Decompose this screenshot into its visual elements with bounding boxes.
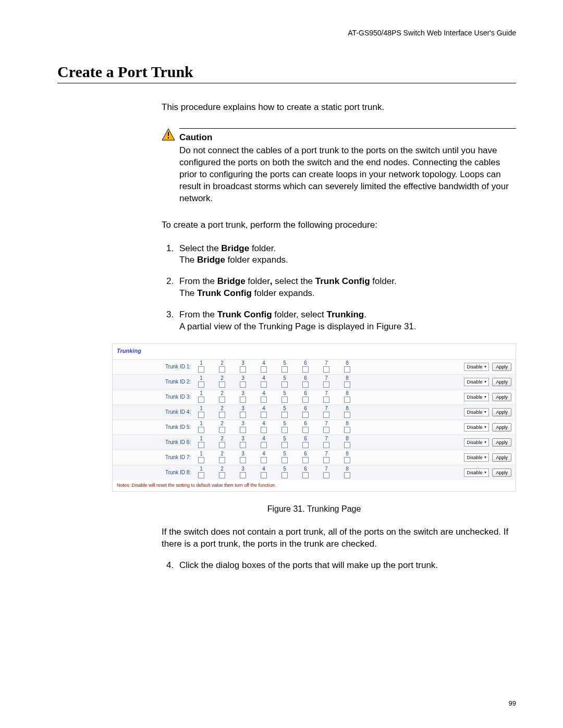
body-column: This procedure explains how to create a …	[162, 102, 516, 572]
port-checkbox[interactable]	[219, 442, 225, 448]
port-number: 5	[283, 376, 286, 381]
port-checkbox[interactable]	[282, 442, 288, 448]
port-checkbox[interactable]	[261, 472, 267, 478]
port-checkbox[interactable]	[323, 457, 329, 463]
port-cell: 6	[302, 406, 309, 418]
trunk-row-label: Trunk ID 2:	[113, 378, 196, 386]
port-checkbox[interactable]	[282, 397, 288, 403]
port-checkbox[interactable]	[302, 472, 309, 478]
port-checkbox[interactable]	[261, 457, 267, 463]
port-checkbox[interactable]	[198, 412, 204, 418]
apply-button[interactable]: Apply	[492, 378, 511, 386]
port-checkbox[interactable]	[198, 457, 204, 463]
port-checkbox[interactable]	[344, 427, 350, 433]
port-checkbox[interactable]	[198, 366, 204, 373]
port-number: 4	[262, 451, 265, 456]
apply-button[interactable]: Apply	[492, 423, 511, 431]
port-checkbox[interactable]	[219, 412, 225, 418]
port-cell: 1	[198, 436, 204, 448]
port-checkbox[interactable]	[323, 381, 329, 388]
port-checkbox[interactable]	[198, 397, 204, 403]
port-checkbox[interactable]	[219, 427, 225, 433]
caution-icon	[162, 128, 175, 141]
port-checkbox[interactable]	[282, 457, 288, 463]
port-number: 7	[325, 436, 328, 441]
port-checkbox[interactable]	[302, 381, 309, 388]
port-checkbox[interactable]	[302, 412, 309, 418]
port-checkbox[interactable]	[240, 442, 246, 448]
status-dropdown[interactable]: Disable▾	[464, 378, 489, 386]
port-checkbox[interactable]	[344, 442, 350, 448]
port-checkbox[interactable]	[282, 381, 288, 388]
port-checkbox[interactable]	[219, 457, 225, 463]
port-checkbox[interactable]	[344, 381, 350, 388]
port-cell: 7	[323, 361, 329, 373]
port-number: 8	[346, 361, 349, 366]
apply-button[interactable]: Apply	[492, 453, 511, 462]
port-checkbox[interactable]	[261, 427, 267, 433]
port-checkbox[interactable]	[240, 412, 246, 418]
port-checkbox[interactable]	[219, 366, 225, 373]
status-dropdown[interactable]: Disable▾	[464, 453, 489, 462]
chevron-down-icon: ▾	[484, 379, 486, 385]
port-number: 3	[241, 376, 244, 381]
port-checkbox[interactable]	[344, 457, 350, 463]
status-dropdown[interactable]: Disable▾	[464, 363, 489, 371]
port-checkbox[interactable]	[323, 427, 329, 433]
port-checkbox[interactable]	[198, 381, 204, 388]
chevron-down-icon: ▾	[484, 364, 486, 370]
port-checkbox[interactable]	[344, 397, 350, 403]
status-dropdown[interactable]: Disable▾	[464, 423, 489, 431]
port-number: 5	[283, 436, 286, 441]
apply-button[interactable]: Apply	[492, 468, 511, 477]
port-checkbox[interactable]	[198, 442, 204, 448]
port-list: 12345678	[196, 466, 350, 478]
apply-button[interactable]: Apply	[492, 393, 511, 401]
port-checkbox[interactable]	[240, 427, 246, 433]
port-checkbox[interactable]	[219, 381, 225, 388]
port-checkbox[interactable]	[323, 412, 329, 418]
status-dropdown[interactable]: Disable▾	[464, 408, 489, 416]
port-checkbox[interactable]	[240, 472, 246, 478]
port-checkbox[interactable]	[344, 472, 350, 478]
apply-button[interactable]: Apply	[492, 438, 511, 447]
port-checkbox[interactable]	[302, 442, 309, 448]
apply-button[interactable]: Apply	[492, 408, 511, 416]
port-checkbox[interactable]	[323, 366, 329, 373]
port-checkbox[interactable]	[261, 366, 267, 373]
port-checkbox[interactable]	[261, 442, 267, 448]
status-dropdown[interactable]: Disable▾	[464, 468, 489, 477]
port-checkbox[interactable]	[323, 397, 329, 403]
port-checkbox[interactable]	[323, 442, 329, 448]
port-checkbox[interactable]	[344, 412, 350, 418]
port-checkbox[interactable]	[282, 412, 288, 418]
port-checkbox[interactable]	[240, 366, 246, 373]
port-checkbox[interactable]	[302, 457, 309, 463]
port-checkbox[interactable]	[219, 472, 225, 478]
status-dropdown[interactable]: Disable▾	[464, 393, 489, 401]
port-checkbox[interactable]	[282, 366, 288, 373]
trunk-row: Trunk ID 1:12345678Disable▾Apply	[113, 359, 516, 374]
svg-rect-2	[168, 137, 169, 139]
port-checkbox[interactable]	[302, 366, 309, 373]
port-checkbox[interactable]	[240, 397, 246, 403]
port-checkbox[interactable]	[219, 397, 225, 403]
port-checkbox[interactable]	[282, 427, 288, 433]
port-checkbox[interactable]	[302, 427, 309, 433]
apply-button[interactable]: Apply	[492, 363, 511, 371]
port-checkbox[interactable]	[323, 472, 329, 478]
port-number: 2	[221, 376, 224, 381]
port-checkbox[interactable]	[344, 366, 350, 373]
port-checkbox[interactable]	[302, 397, 309, 403]
port-checkbox[interactable]	[261, 397, 267, 403]
port-checkbox[interactable]	[282, 472, 288, 478]
port-checkbox[interactable]	[261, 381, 267, 388]
port-checkbox[interactable]	[198, 472, 204, 478]
port-checkbox[interactable]	[240, 381, 246, 388]
port-cell: 7	[323, 391, 329, 403]
port-checkbox[interactable]	[261, 412, 267, 418]
status-dropdown[interactable]: Disable▾	[464, 438, 489, 447]
port-checkbox[interactable]	[198, 427, 204, 433]
port-number: 6	[304, 421, 307, 426]
port-checkbox[interactable]	[240, 457, 246, 463]
